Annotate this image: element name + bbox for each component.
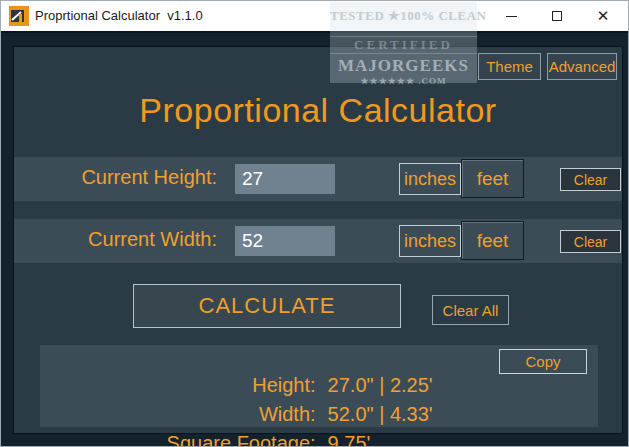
close-button[interactable]: ✕ — [587, 1, 619, 31]
result-height-value: 27.0" | 2.25' — [328, 374, 433, 396]
width-inches-button[interactable]: inches — [399, 225, 461, 257]
maximize-icon — [552, 11, 562, 21]
result-width-label: Width: — [96, 403, 316, 426]
theme-button[interactable]: Theme — [478, 53, 541, 80]
height-feet-button[interactable]: feet — [461, 159, 524, 198]
results-panel: Height:27.0" | 2.25' Width:52.0" | 4.33'… — [40, 345, 598, 427]
height-label: Current Height: — [14, 166, 217, 189]
height-input[interactable] — [235, 164, 335, 194]
titlebar-separator — [1, 31, 628, 33]
advanced-button[interactable]: Advanced — [547, 53, 617, 80]
maximize-button[interactable] — [541, 1, 573, 31]
window-title: Proprtional Calculator v1.1.0 — [35, 8, 203, 23]
height-clear-button[interactable]: Clear — [560, 168, 621, 191]
width-label: Current Width: — [14, 228, 217, 251]
width-input[interactable] — [235, 226, 335, 256]
app-icon — [9, 6, 29, 26]
page-title: Proportional Calculator — [14, 91, 622, 130]
height-inches-button[interactable]: inches — [399, 163, 461, 195]
minimize-icon — [506, 16, 517, 17]
calculate-button[interactable]: CALCULATE — [133, 284, 401, 328]
titlebar: Proprtional Calculator v1.1.0 ✕ — [1, 1, 628, 31]
width-feet-button[interactable]: feet — [461, 221, 524, 260]
result-sqft-label: Square Footage: — [96, 432, 316, 447]
result-height-label: Height: — [96, 374, 316, 397]
app-window: Proprtional Calculator v1.1.0 ✕ Theme Ad… — [0, 0, 629, 447]
clear-all-button[interactable]: Clear All — [432, 295, 509, 325]
close-icon: ✕ — [597, 7, 610, 25]
main-panel: Theme Advanced Proportional Calculator C… — [13, 46, 623, 434]
height-row: Current Height: inches feet Clear — [14, 157, 622, 201]
result-width-value: 52.0" | 4.33' — [328, 403, 433, 425]
minimize-button[interactable] — [495, 1, 527, 31]
copy-button[interactable]: Copy — [499, 349, 587, 374]
width-clear-button[interactable]: Clear — [560, 230, 621, 253]
width-row: Current Width: inches feet Clear — [14, 219, 622, 263]
result-sqft-value: 9.75' — [328, 432, 371, 447]
